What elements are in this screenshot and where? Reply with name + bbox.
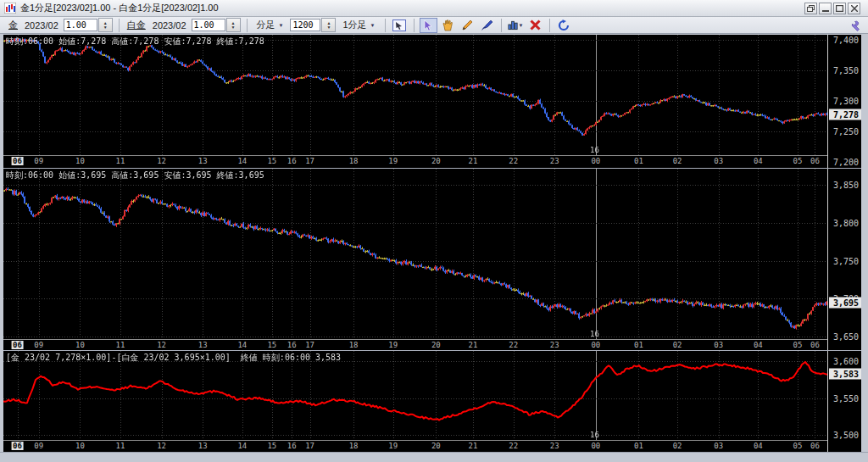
time-label-highlighted: 06 (11, 341, 24, 349)
platinum-month-label[interactable]: 2023/02 (153, 20, 186, 31)
bar-count-spinner[interactable]: ▲▼ (321, 18, 336, 32)
maximize-button[interactable] (833, 3, 846, 14)
y-tick-label: 3,600 (833, 357, 859, 366)
time-label: 06 (810, 341, 820, 349)
time-label: 05 (793, 157, 803, 165)
time-label: 19 (388, 341, 398, 349)
chart-type-tool-button[interactable]: ▼ (507, 18, 525, 33)
time-label: 21 (469, 442, 478, 450)
platinum-candle-chart[interactable] (3, 169, 827, 339)
time-label: 10 (75, 341, 85, 349)
pencil-draw-tool-button[interactable] (459, 18, 476, 33)
wrench-settings-icon (849, 20, 860, 31)
time-label: 20 (431, 442, 441, 450)
refresh-button[interactable] (555, 18, 573, 33)
panel-gold: 7,4007,3507,3007,2507,2007,2780609101112… (3, 35, 861, 169)
close-button[interactable] (848, 3, 860, 14)
y-tick-label: 7,350 (833, 66, 859, 75)
chart-area: 7,4007,3507,3007,2507,2007,2780609101112… (3, 35, 861, 452)
platinum-symbol-link[interactable]: 白金 (127, 19, 146, 31)
gold-ratio-input[interactable] (64, 19, 97, 31)
time-label: 13 (198, 341, 208, 349)
window-border-right (861, 35, 868, 452)
time-label: 06 (810, 157, 820, 165)
time-label: 22 (509, 341, 518, 349)
time-label: 16 (287, 442, 297, 450)
platinum-price-axis[interactable]: 3,8503,8003,7503,7003,6503,695 (827, 169, 861, 351)
float-window-button[interactable] (804, 3, 817, 14)
time-label: 16 (287, 157, 297, 165)
date-marker: 16 (590, 330, 599, 338)
y-tick-label: 3,750 (833, 256, 859, 265)
time-label: 09 (34, 442, 43, 450)
gold-price-axis[interactable]: 7,4007,3507,3007,2507,2007,278 (827, 35, 861, 169)
time-label: 00 (591, 341, 600, 349)
time-label-highlighted: 06 (11, 157, 24, 165)
select-arrow-icon (422, 19, 434, 31)
hand-pan-tool-button[interactable] (439, 18, 457, 33)
spread-last-price-chip: 3,583 (829, 368, 861, 379)
panel-separator[interactable] (3, 350, 861, 351)
chart-type-dropdown-arrow: ▼ (519, 23, 524, 28)
date-marker: 16 (590, 431, 599, 439)
time-label: 14 (237, 442, 247, 450)
pen-draw-tool-button[interactable] (478, 18, 496, 33)
time-label: 03 (714, 442, 723, 450)
y-tick-label: 7,300 (833, 97, 859, 106)
time-axis[interactable]: 0609101112131415161718192021222300010203… (3, 441, 827, 452)
app-window: 金1分足[2023/02]1.00 - 白金1分足[2023/02]1.00 金… (0, 0, 868, 462)
interval-dropdown[interactable]: 1分足▼ (340, 18, 377, 32)
y-tick-label: 3,650 (833, 332, 859, 342)
time-label: 13 (198, 442, 208, 450)
spread-spread-line-chart[interactable] (3, 351, 827, 440)
time-label: 06 (810, 442, 820, 450)
time-label: 18 (349, 341, 359, 349)
settings-button[interactable] (846, 19, 861, 32)
y-tick-label: 3,500 (833, 430, 859, 439)
minimize-button[interactable] (819, 3, 832, 14)
panel-platinum: 3,8503,8003,7503,7003,6503,6950609101112… (3, 169, 861, 351)
platinum-info-line: 時刻:06:00 始値:3,695 高値:3,695 安値:3,695 終値:3… (6, 170, 264, 181)
time-label: 23 (550, 157, 559, 165)
gold-ratio-spinner[interactable]: ▲▼ (98, 18, 113, 32)
time-label: 09 (34, 341, 43, 349)
chart-cursor-tool-button[interactable] (391, 18, 409, 33)
panel-separator[interactable] (3, 168, 861, 169)
time-label: 22 (509, 157, 518, 165)
select-arrow-tool-button[interactable] (420, 18, 437, 33)
y-tick-label: 7,400 (833, 36, 859, 45)
delete-tool-button[interactable] (526, 18, 544, 33)
time-label: 02 (673, 341, 682, 349)
bar-count-input[interactable] (290, 19, 320, 31)
time-label: 18 (349, 157, 359, 165)
window-border-bottom[interactable] (0, 452, 868, 462)
time-label: 02 (673, 157, 682, 165)
time-label: 04 (754, 341, 763, 349)
gold-month-label[interactable]: 2023/02 (25, 20, 58, 31)
time-label: 12 (157, 442, 166, 450)
time-label: 11 (116, 442, 125, 450)
time-label: 21 (469, 341, 478, 349)
platinum-ratio-spinner[interactable]: ▲▼ (226, 18, 241, 32)
spread-price-axis[interactable]: 3,6003,5503,5003,583 (827, 351, 861, 452)
gold-candle-chart[interactable] (3, 35, 827, 155)
window-border-left (0, 35, 3, 452)
interval-type-dropdown[interactable]: 分足▼ (254, 18, 287, 32)
time-label: 20 (431, 157, 441, 165)
time-label-highlighted: 06 (11, 442, 24, 450)
platinum-ratio-input[interactable] (192, 19, 225, 31)
time-axis[interactable]: 0609101112131415161718192021222300010203… (3, 156, 827, 167)
time-label: 18 (349, 442, 359, 450)
time-label: 11 (116, 157, 125, 165)
time-label: 04 (754, 442, 763, 450)
gold-symbol-link[interactable]: 金 (8, 19, 18, 31)
time-label: 13 (198, 157, 208, 165)
time-label: 00 (591, 442, 600, 450)
spread-info-line: [金 23/02 7,278×1.00]-[白金 23/02 3,695×1.0… (6, 352, 341, 364)
time-label: 01 (634, 157, 643, 165)
delete-x-icon (530, 19, 541, 31)
time-label: 19 (388, 442, 398, 450)
time-label: 12 (157, 157, 166, 165)
time-label: 14 (237, 341, 247, 349)
time-label: 21 (469, 157, 478, 165)
